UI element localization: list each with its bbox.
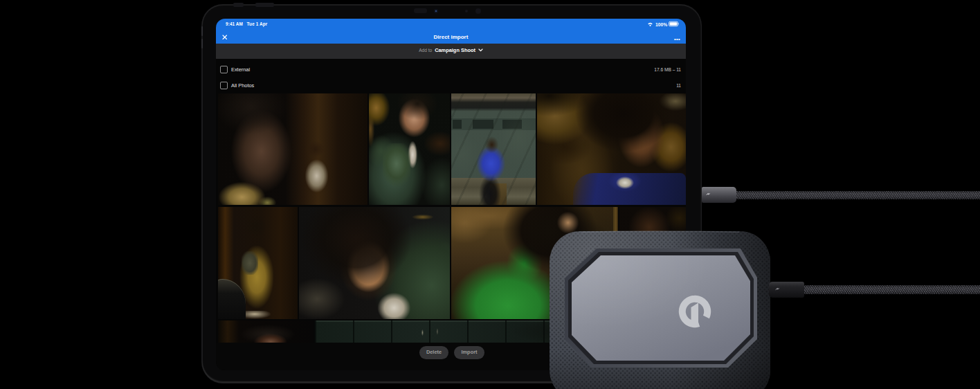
svg-text:100%: 100% (655, 22, 667, 27)
